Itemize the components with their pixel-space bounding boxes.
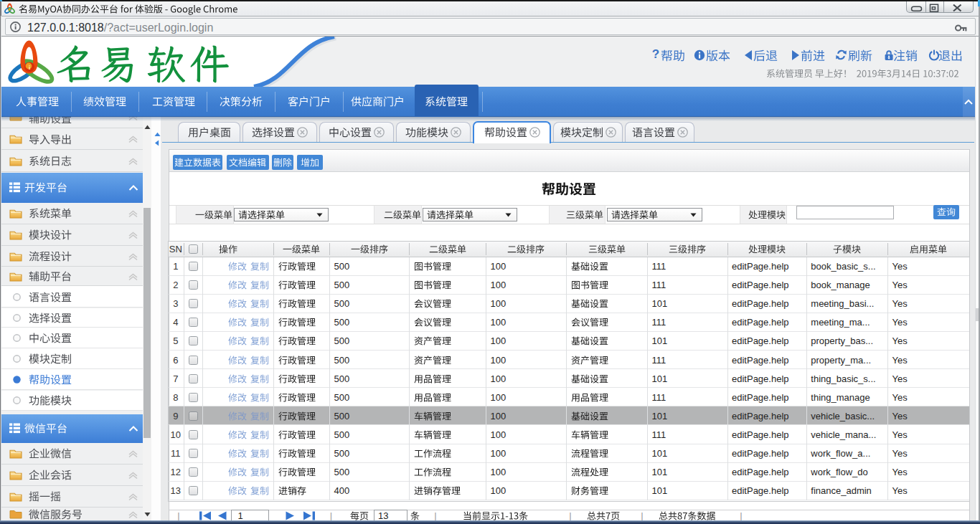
svg-text:?: ? xyxy=(652,48,659,61)
